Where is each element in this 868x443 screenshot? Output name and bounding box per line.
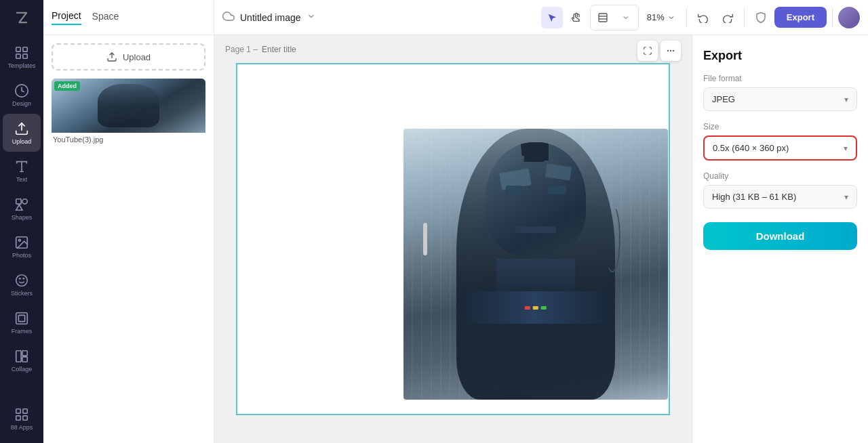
file-format-dropdown-icon: ▾ [844,95,848,104]
zoom-dropdown-icon [667,14,675,22]
svg-rect-3 [16,54,20,58]
sidebar-item-label: Shapes [12,214,33,221]
page-label: Page 1 – [225,45,363,54]
sidebar-item-apps[interactable]: 88 Apps [3,400,41,438]
canvas-area: Page 1 – [214,35,692,443]
app-logo[interactable] [9,5,34,30]
svg-rect-19 [22,356,27,361]
shield-button[interactable] [750,7,772,28]
svg-rect-2 [23,47,27,51]
svg-point-12 [16,274,28,286]
list-item[interactable]: Added YouTube(3).jpg [52,79,205,144]
quality-select[interactable]: High (31 KB – 61 KB) ▾ [703,185,857,209]
svg-rect-21 [23,408,27,413]
sidebar-header: Project Space [43,0,214,35]
chevron-down-icon [622,14,630,22]
layout-icon [597,12,608,23]
sidebar-item-stickers[interactable]: Stickers [3,266,41,303]
sidebar-item-design[interactable]: Design [3,76,41,114]
layout-dropdown-button[interactable] [615,7,637,28]
divider2 [744,8,745,27]
svg-point-29 [670,50,671,51]
topbar: Untitled image [214,0,868,35]
layout-tool-group [590,5,639,30]
redo-button[interactable] [717,7,738,28]
sidebar-item-label: Upload [12,138,32,145]
title-dropdown-icon[interactable] [307,12,316,24]
svg-point-9 [22,198,27,203]
upload-icon [106,51,117,62]
sidebar-item-label: Design [12,100,31,107]
sidebar-item-shapes[interactable]: Shapes [3,190,41,228]
file-format-label: File format [703,74,857,83]
download-button[interactable]: Download [703,222,857,250]
sidebar-item-frames[interactable]: Frames [3,303,41,341]
size-value: 0.5x (640 × 360 px) [713,143,789,153]
undo-button[interactable] [692,7,714,28]
zoom-value: 81% [647,12,665,22]
svg-point-11 [18,239,20,241]
file-format-value: JPEG [712,94,735,104]
sidebar-item-text[interactable]: Text [3,152,41,190]
main-area: Untitled image [214,0,868,443]
layout-tool-button[interactable] [592,7,614,28]
sidebar-item-label: Text [16,176,28,183]
tab-project[interactable]: Project [52,10,81,25]
divider [686,8,687,27]
shield-icon [755,12,767,24]
sidebar-item-photos[interactable]: Photos [3,228,41,266]
canvas-image[interactable] [403,129,668,400]
sidebar-item-label: Templates [7,62,35,69]
divider3 [832,8,833,27]
select-tool-button[interactable] [541,7,563,28]
svg-rect-8 [16,198,21,203]
user-avatar[interactable] [838,7,860,28]
fit-page-button[interactable] [637,41,658,61]
sidebar-panel: Project Space Upload Added [43,0,214,443]
sidebar-item-label: Stickers [11,290,33,297]
svg-rect-16 [18,315,24,321]
svg-rect-17 [16,350,21,362]
tab-space[interactable]: Space [92,11,119,24]
sidebar-item-label: Frames [12,328,33,335]
svg-rect-22 [16,415,20,419]
panel-resize-handle[interactable] [423,223,427,255]
svg-point-30 [673,50,674,51]
svg-rect-20 [16,408,20,413]
export-button[interactable]: Export [774,7,827,28]
cursor-icon [547,12,557,23]
sidebar-item-collage[interactable]: Collage [3,341,41,379]
quality-label: Quality [703,171,857,181]
page-controls [637,41,681,61]
sidebar-item-upload[interactable]: Upload [3,114,41,152]
toolbar-tools: 81% [541,5,860,30]
more-options-button[interactable] [660,41,681,61]
document-title[interactable]: Untitled image [240,12,301,23]
size-group: Size 0.5x (640 × 360 px) ▾ [703,122,857,161]
export-panel: Export File format JPEG ▾ Size 0.5x (640… [692,35,868,443]
hand-icon [571,12,582,23]
sidebar-content: Upload Added YouTube(3).jpg [43,35,214,443]
added-badge: Added [54,81,80,91]
sidebar-item-templates[interactable]: Templates [3,38,41,76]
page-title-input[interactable] [262,45,363,54]
size-select[interactable]: 0.5x (640 × 360 px) ▾ [703,135,857,161]
svg-rect-23 [23,415,27,419]
upload-button[interactable]: Upload [52,43,205,70]
svg-rect-0 [11,7,33,28]
svg-rect-15 [16,312,28,324]
sidebar-item-label: Collage [12,366,33,373]
svg-rect-1 [16,47,20,51]
pan-tool-button[interactable] [566,7,587,28]
media-filename: YouTube(3).jpg [52,135,205,144]
cloud-icon [222,10,235,25]
svg-rect-18 [22,350,27,355]
file-format-select[interactable]: JPEG ▾ [703,87,857,111]
more-icon [666,46,675,56]
quality-value: High (31 KB – 61 KB) [712,192,796,202]
quality-group: Quality High (31 KB – 61 KB) ▾ [703,171,857,209]
zoom-control[interactable]: 81% [642,9,681,25]
size-dropdown-icon: ▾ [844,144,848,153]
doc-info: Untitled image [222,10,316,25]
media-grid: Added YouTube(3).jpg [52,79,205,144]
